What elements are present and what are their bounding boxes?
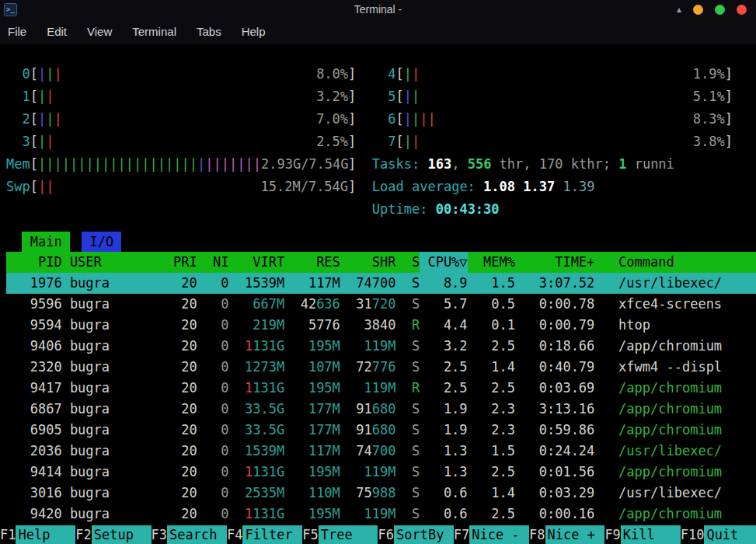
- tab-io[interactable]: I/O: [82, 232, 121, 252]
- cell-text: 119M: [364, 506, 396, 521]
- cell-mem: 1.4: [468, 483, 515, 504]
- cell-text: 3.2: [444, 338, 468, 354]
- fkey-f2[interactable]: F2Setup: [75, 525, 151, 544]
- process-row-9596[interactable]: 9596bugra200667M4263631720S5.70.50:00.78…: [6, 294, 756, 315]
- cell-text: /app/chromium: [618, 506, 722, 521]
- close-button[interactable]: [737, 5, 747, 15]
- cpu-meter-7-bars: ||: [404, 131, 420, 153]
- cell-user: bugra: [62, 504, 158, 525]
- process-row-3016[interactable]: 3016bugra2002535M110M75988S0.61.40:03.29…: [6, 483, 756, 504]
- cell-cpu: 2.5: [420, 357, 467, 378]
- column-header-time[interactable]: TIME+: [515, 252, 594, 273]
- menu-item-tabs[interactable]: Tabs: [197, 25, 221, 38]
- column-header-cpu[interactable]: CPU%▽: [420, 252, 467, 273]
- text-segment: thr,: [491, 153, 538, 176]
- fkey-f3[interactable]: F3Search: [152, 525, 227, 544]
- cell-cpu: 1.3: [420, 462, 467, 483]
- fkey-f7[interactable]: F7Nice -: [454, 525, 529, 544]
- menu-item-view[interactable]: View: [87, 25, 112, 38]
- cell-cmd: /app/chromium: [594, 420, 756, 441]
- cell-text: 2.5: [444, 359, 468, 375]
- fkey-f5[interactable]: F5Tree: [302, 525, 378, 544]
- column-header-virt[interactable]: VIRT: [229, 252, 285, 273]
- process-row-2036[interactable]: 2036bugra2001539M117M74700S1.31.50:24.24…: [6, 441, 756, 462]
- cell-shr: 91680: [340, 420, 396, 441]
- cpu-meter-3-bars: ||: [38, 131, 54, 153]
- cpu-meter-3-area: ||2.5%: [38, 131, 348, 153]
- cell-shr: 119M: [340, 378, 396, 399]
- cell-pri: 20: [157, 294, 197, 315]
- column-header-user[interactable]: USER: [62, 252, 158, 273]
- cell-text: 720: [372, 296, 396, 312]
- cell-text: 195M: [308, 464, 340, 479]
- fkey-number: F10: [681, 525, 705, 544]
- cpu-meter-2: 2[|||7.0%]: [6, 108, 356, 131]
- process-row-6867[interactable]: 6867bugra20033.5G177M91680S1.92.33:13.16…: [6, 399, 756, 420]
- column-header-res[interactable]: RES: [284, 252, 340, 273]
- cpu-meter-4-bars: ||: [404, 63, 420, 85]
- fkey-f4[interactable]: F4Filter: [227, 525, 302, 544]
- fkey-f9[interactable]: F9Kill: [604, 525, 680, 544]
- menu-item-file[interactable]: File: [8, 25, 26, 38]
- process-row-9414[interactable]: 9414bugra2001131G195M119MS1.32.50:01.56/…: [6, 462, 756, 483]
- cell-text: 2.5: [491, 506, 515, 521]
- cell-text: /app/chromium: [618, 338, 722, 354]
- column-header-cmd[interactable]: Command: [594, 252, 756, 273]
- column-header-pri[interactable]: PRI: [157, 252, 197, 273]
- cell-cmd: /usr/libexec/: [594, 441, 756, 462]
- fkey-f10[interactable]: F10Quit: [681, 525, 756, 544]
- shade-button[interactable]: ▴: [677, 5, 681, 15]
- cell-text: /usr/libexec/: [618, 275, 722, 291]
- menu-item-edit[interactable]: Edit: [47, 25, 67, 38]
- fkey-f1[interactable]: F1Help: [0, 525, 75, 544]
- process-row-1976[interactable]: 1976bugra2001539M117M74700S8.91.53:07.52…: [6, 273, 756, 294]
- fkey-number: F8: [529, 525, 545, 544]
- cell-text: 2.5: [491, 464, 515, 479]
- cell-text: 2.5: [491, 338, 515, 354]
- maximize-button[interactable]: [715, 5, 725, 15]
- process-row-9420[interactable]: 9420bugra2001131G195M119MS0.62.50:00.16/…: [6, 504, 756, 525]
- cpu-meter-7: 7[||3.8%]: [372, 131, 733, 153]
- cell-text: 776: [372, 359, 396, 375]
- cell-text: 195M: [308, 380, 340, 396]
- cell-ni: 0: [197, 378, 229, 399]
- meter-bar: |: [38, 134, 46, 149]
- column-header-s[interactable]: S: [395, 252, 420, 273]
- cell-mem: 1.4: [468, 357, 515, 378]
- column-header-ni[interactable]: NI: [197, 252, 229, 273]
- fkey-f6[interactable]: F6SortBy: [378, 525, 453, 544]
- process-row-9594[interactable]: 9594bugra200219M57763840R4.40.10:00.79ht…: [6, 315, 756, 336]
- fkey-label: Help: [16, 525, 75, 544]
- menu-item-terminal[interactable]: Terminal: [132, 25, 176, 38]
- cell-text: 1.9: [444, 422, 468, 438]
- process-row-9417[interactable]: 9417bugra2001131G195M119MR2.52.50:03.69/…: [6, 378, 756, 399]
- fkey-f8[interactable]: F8Nice +: [529, 525, 604, 544]
- fkey-number: F1: [0, 525, 16, 544]
- menu-item-help[interactable]: Help: [242, 25, 266, 38]
- cell-text: 20: [181, 380, 197, 396]
- column-header-pid[interactable]: PID: [6, 252, 62, 273]
- column-header-mem[interactable]: MEM%: [468, 252, 515, 273]
- meter-bar: |: [404, 66, 412, 82]
- meter-bar: |: [404, 134, 412, 149]
- cell-text: 1273M: [245, 359, 284, 375]
- meter-bar: |: [173, 156, 181, 172]
- spacer: [6, 221, 756, 232]
- process-row-9406[interactable]: 9406bugra2001131G195M119MS3.22.50:18.66/…: [6, 336, 756, 357]
- cell-text: 4.4: [444, 317, 468, 333]
- minimize-button[interactable]: [693, 5, 703, 15]
- meter-bar: |: [38, 89, 46, 104]
- title-bar[interactable]: >_ Terminal - ▴: [0, 0, 756, 19]
- column-header-shr[interactable]: SHR: [340, 252, 396, 273]
- tab-main[interactable]: Main: [22, 232, 69, 252]
- fkey-number: F9: [604, 525, 620, 544]
- process-row-6905[interactable]: 6905bugra20033.5G177M91680S1.92.30:59.86…: [6, 420, 756, 441]
- cell-ni: 0: [197, 504, 229, 525]
- cpu-meter-5-area: ||5.1%: [404, 85, 725, 108]
- text-segment: ,: [451, 153, 467, 176]
- process-row-2320[interactable]: 2320bugra2001273M107M72776S2.51.40:40.79…: [6, 357, 756, 378]
- text-segment: Load average:: [372, 176, 483, 198]
- cpu-meter-7-label: 7: [372, 131, 396, 153]
- cell-time: 0:00.79: [515, 315, 594, 336]
- cell-text: 117M: [308, 275, 340, 291]
